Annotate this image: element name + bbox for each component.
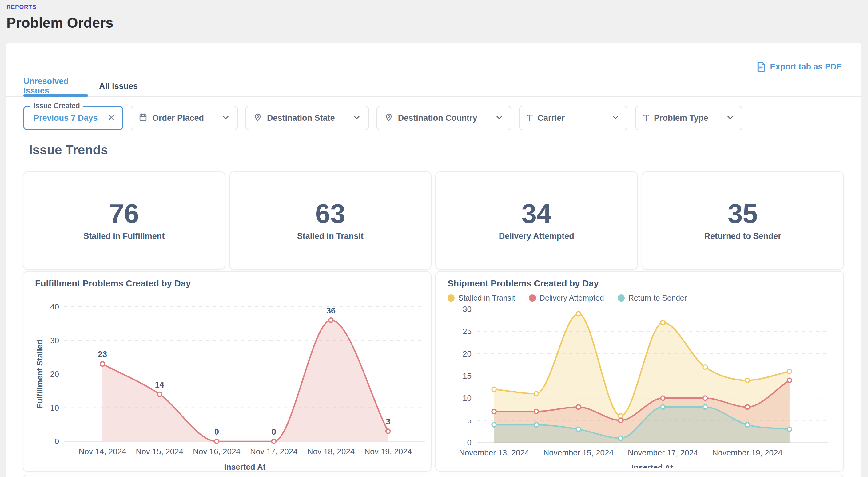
stat-label: Returned to Sender (704, 232, 781, 241)
svg-text:0: 0 (272, 427, 276, 436)
svg-text:40: 40 (50, 302, 59, 311)
svg-text:20: 20 (463, 349, 471, 359)
svg-text:20: 20 (50, 369, 59, 379)
tab-unresolved-issues-label: Unresolved Issues (23, 76, 88, 96)
export-pdf-label: Export tab as PDF (770, 62, 841, 72)
filter-issue-created-label: Issue Created (30, 102, 83, 110)
legend-dot-red (529, 295, 536, 302)
svg-text:November 15, 2024: November 15, 2024 (544, 448, 614, 457)
stat-card-returned-to-sender: 35 Returned to Sender (642, 171, 844, 270)
calendar-icon (139, 113, 147, 123)
stat-label: Stalled in Transit (297, 232, 364, 241)
svg-text:23: 23 (98, 350, 107, 359)
filter-destination-country-label: Destination Country (398, 113, 477, 123)
svg-text:Fulfillment Stalled: Fulfillment Stalled (35, 340, 44, 408)
legend-dot-teal (618, 295, 625, 302)
filter-destination-country[interactable]: Destination Country (376, 106, 511, 130)
filter-issue-created[interactable]: Issue Created Previous 7 Days (23, 106, 123, 130)
shipment-problems-chart-card: Shipment Problems Created by Day Stalled… (435, 271, 844, 472)
filter-problem-type-label: Problem Type (654, 113, 708, 123)
chart-legend: Stalled in Transit Delivery Attempted Re… (447, 294, 843, 302)
stat-card-delivery-attempted: 34 Delivery Attempted (435, 171, 638, 270)
stat-card-stalled-in-transit: 63 Stalled in Transit (229, 171, 432, 270)
map-pin-icon (384, 113, 393, 123)
svg-text:0: 0 (55, 437, 59, 446)
svg-text:November 17, 2024: November 17, 2024 (628, 448, 698, 457)
page-title: Problem Orders (6, 14, 114, 31)
legend-label: Delivery Attempted (539, 294, 604, 302)
svg-text:Nov 17, 2024: Nov 17, 2024 (250, 447, 298, 456)
svg-text:36: 36 (327, 306, 336, 315)
filter-order-placed-label: Order Placed (152, 113, 204, 123)
svg-text:10: 10 (463, 394, 471, 403)
section-title-issue-trends: Issue Trends (29, 143, 108, 157)
x-clear-icon[interactable] (107, 113, 115, 123)
svg-text:0: 0 (214, 427, 219, 436)
svg-text:Nov 15, 2024: Nov 15, 2024 (136, 447, 183, 456)
filter-destination-state-label: Destination State (267, 113, 335, 123)
text-type-icon: T (527, 113, 533, 123)
chart-title: Shipment Problems Created by Day (447, 278, 843, 288)
breadcrumb[interactable]: REPORTS (6, 4, 114, 10)
chart-cards: Fulfillment Problems Created by Day 0102… (23, 271, 844, 472)
svg-text:30: 30 (50, 336, 59, 345)
stat-value: 35 (728, 200, 758, 227)
svg-text:15: 15 (463, 371, 471, 380)
chevron-down-icon (726, 113, 734, 123)
svg-text:Nov 19, 2024: Nov 19, 2024 (364, 447, 412, 456)
legend-label: Return to Sender (628, 294, 687, 302)
filter-bar: Issue Created Previous 7 Days Order Plac… (23, 106, 849, 130)
svg-text:3: 3 (386, 417, 390, 426)
filter-order-placed[interactable]: Order Placed (131, 106, 238, 130)
shipment-problems-chart: 051015202530November 13, 2024November 15… (447, 303, 841, 468)
stat-value: 63 (315, 200, 345, 227)
svg-text:10: 10 (50, 403, 59, 412)
tab-all-issues-label: All Issues (99, 81, 138, 91)
svg-text:5: 5 (467, 416, 471, 425)
file-document-icon (756, 62, 766, 72)
next-section-card-top (23, 475, 844, 477)
chevron-down-icon (495, 113, 503, 123)
page-header: REPORTS Problem Orders (6, 4, 114, 31)
legend-dot-yellow (447, 295, 455, 302)
chevron-down-icon (353, 113, 361, 123)
svg-text:14: 14 (155, 380, 164, 389)
fulfillment-problems-chart-card: Fulfillment Problems Created by Day 0102… (23, 271, 432, 472)
chevron-down-icon (612, 113, 619, 123)
svg-text:30: 30 (463, 305, 471, 314)
tab-all-issues[interactable]: All Issues (99, 76, 138, 96)
stat-cards: 76 Stalled in Fulfillment 63 Stalled in … (23, 171, 844, 270)
svg-text:Nov 14, 2024: Nov 14, 2024 (79, 447, 126, 456)
stat-value: 34 (521, 200, 552, 227)
svg-text:November 19, 2024: November 19, 2024 (712, 448, 782, 457)
map-pin-icon (253, 113, 262, 123)
legend-item-delivery-attempted: Delivery Attempted (529, 294, 604, 302)
fulfillment-problems-chart: 010203040Fulfillment Stalled231400363Nov… (35, 290, 429, 471)
tab-unresolved-issues[interactable]: Unresolved Issues (23, 76, 88, 96)
filter-issue-created-value: Previous 7 Days (33, 113, 98, 123)
svg-text:25: 25 (463, 327, 471, 336)
svg-text:Nov 18, 2024: Nov 18, 2024 (307, 447, 355, 456)
tab-bar: Unresolved Issues All Issues (5, 76, 861, 97)
legend-item-stalled-in-transit: Stalled in Transit (447, 294, 515, 302)
stat-card-stalled-in-fulfillment: 76 Stalled in Fulfillment (23, 171, 225, 270)
svg-text:November 13, 2024: November 13, 2024 (459, 448, 529, 457)
active-tab-underline (23, 94, 88, 97)
legend-item-return-to-sender: Return to Sender (618, 294, 687, 302)
legend-label: Stalled in Transit (458, 294, 515, 302)
svg-text:Nov 16, 2024: Nov 16, 2024 (193, 447, 241, 456)
stat-label: Stalled in Fulfillment (83, 232, 164, 241)
filter-problem-type[interactable]: T Problem Type (635, 106, 742, 130)
stat-label: Delivery Attempted (499, 232, 574, 241)
filter-carrier[interactable]: T Carrier (519, 106, 628, 130)
svg-text:Inserted At: Inserted At (631, 463, 673, 468)
filter-carrier-label: Carrier (538, 113, 565, 123)
report-panel: Export tab as PDF Unresolved Issues All … (5, 43, 861, 477)
chevron-down-icon (222, 113, 230, 123)
filter-destination-state[interactable]: Destination State (245, 106, 369, 130)
export-pdf-button[interactable]: Export tab as PDF (756, 62, 841, 72)
svg-text:0: 0 (467, 438, 471, 447)
stat-value: 76 (109, 200, 139, 227)
svg-text:Inserted At: Inserted At (224, 462, 266, 471)
chart-title: Fulfillment Problems Created by Day (35, 278, 431, 288)
